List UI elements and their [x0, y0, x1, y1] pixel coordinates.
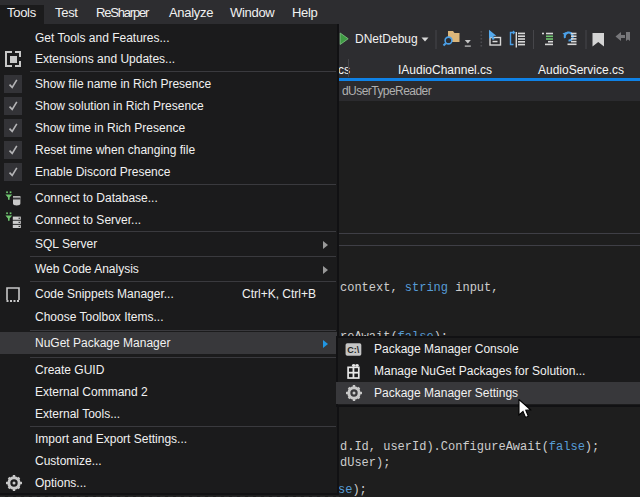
svg-text:C:\: C:\	[347, 345, 359, 355]
